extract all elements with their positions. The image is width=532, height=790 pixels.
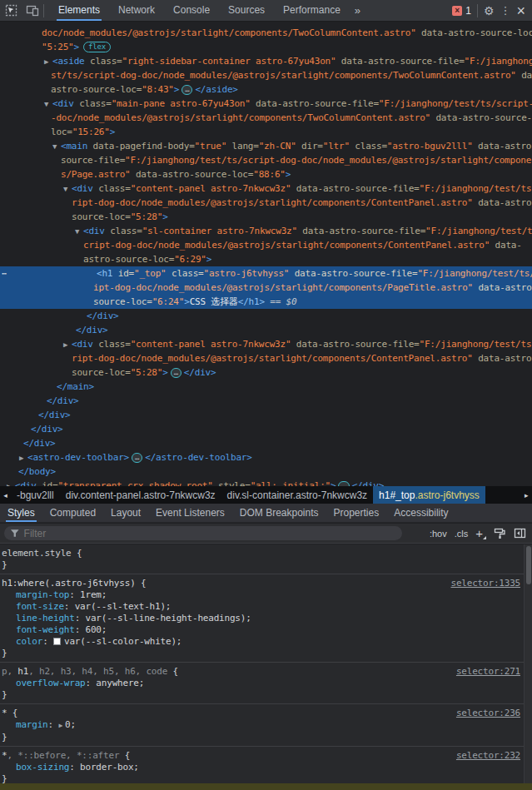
- new-style-rule-button[interactable]: +: [475, 529, 486, 539]
- expand-arrow-icon[interactable]: ▼: [75, 225, 83, 239]
- tab-properties[interactable]: Properties: [326, 504, 387, 522]
- expand-arrow-icon[interactable]: ▶: [63, 338, 72, 352]
- dom-tree-row-selected[interactable]: source-loc="6:24">CSS 选择器</h1> == $0: [0, 295, 532, 309]
- expand-arrow-icon[interactable]: ▼: [63, 182, 72, 196]
- tab-performance[interactable]: Performance: [274, 0, 350, 21]
- css-declaration[interactable]: overflow-wrap: anywhere;: [2, 678, 520, 689]
- dom-tree-row[interactable]: astro-source-loc="6:29">: [0, 252, 532, 266]
- expand-inline-button[interactable]: …: [181, 85, 192, 95]
- dom-tree-row[interactable]: st/ts/script-dog-doc/node_modules/@astro…: [0, 68, 532, 82]
- css-declaration[interactable]: font-weight: 600;: [2, 624, 520, 636]
- dom-tree-row[interactable]: ▶<div class="content-panel astro-7nkwcw3…: [0, 337, 532, 351]
- settings-gear-icon[interactable]: ⚙: [484, 5, 495, 17]
- device-toolbar-button[interactable]: [22, 0, 43, 22]
- dom-tree-row[interactable]: </div>: [0, 436, 532, 450]
- dom-tree-row[interactable]: source-loc="5:28">…</div>: [0, 365, 532, 380]
- expand-arrow-icon[interactable]: ▼: [44, 97, 52, 112]
- css-declaration[interactable]: font-size: var(--sl-text-h1);: [2, 601, 520, 613]
- css-property-value[interactable]: border-box: [80, 762, 133, 773]
- css-property-value[interactable]: 600: [86, 624, 102, 635]
- css-property-value[interactable]: 1rem: [80, 589, 102, 600]
- stylesheet-source-link[interactable]: selector:1335: [451, 578, 521, 589]
- error-counter[interactable]: × 1: [452, 5, 471, 17]
- style-filter-input[interactable]: [24, 528, 396, 539]
- dom-tree-row-selected[interactable]: ipt-dog-doc/node_modules/@astrojs/starli…: [0, 281, 532, 295]
- css-property-name[interactable]: line-height: [16, 613, 75, 624]
- dom-tree-row[interactable]: </div>: [0, 422, 532, 436]
- dom-tree-row[interactable]: </div>: [0, 408, 532, 422]
- expand-shorthand-icon[interactable]: ▶: [58, 722, 62, 729]
- tab-dom-breakpoints[interactable]: DOM Breakpoints: [232, 504, 326, 522]
- dom-tree-row[interactable]: </div>: [0, 394, 532, 408]
- dom-tree-row[interactable]: loc="15:26">: [0, 125, 532, 139]
- more-options-icon[interactable]: ⋮: [500, 5, 510, 17]
- tab-styles[interactable]: Styles: [0, 504, 42, 522]
- css-property-name[interactable]: font-size: [16, 601, 64, 612]
- css-property-name[interactable]: margin-top: [16, 589, 69, 600]
- css-property-value[interactable]: var(--sl-text-h1): [75, 601, 166, 612]
- expand-inline-button[interactable]: …: [171, 368, 181, 378]
- tab-accessibility[interactable]: Accessibility: [386, 504, 455, 522]
- stylesheet-source-link[interactable]: selector:236: [456, 708, 520, 719]
- dom-tree-row[interactable]: doc/node_modules/@astrojs/starlight/comp…: [0, 26, 532, 40]
- breadcrumb-item-content-panel[interactable]: div.content-panel.astro-7nkwcw3z: [60, 489, 221, 501]
- css-property-name[interactable]: color: [16, 636, 42, 647]
- toggle-element-state-button[interactable]: :hov: [430, 529, 447, 539]
- inspect-element-button[interactable]: [0, 0, 22, 22]
- css-property-name[interactable]: box-sizing: [16, 762, 69, 773]
- dom-tree-row[interactable]: ▶<aside class="right-sidebar-container a…: [0, 54, 532, 68]
- dom-tree-row[interactable]: s/Page.astro" data-astro-source-loc="88:…: [0, 167, 532, 181]
- tab-sources[interactable]: Sources: [219, 0, 274, 21]
- paint-roller-icon[interactable]: [494, 528, 506, 539]
- dom-tree-row[interactable]: ▶<div id="transparent-crx-shadow-root" s…: [0, 479, 532, 486]
- expand-arrow-icon[interactable]: ▶: [19, 451, 27, 465]
- expand-arrow-icon[interactable]: ▼: [52, 140, 61, 154]
- dom-tree-row[interactable]: ript-dog-doc/node_modules/@astrojs/starl…: [0, 351, 532, 365]
- dom-tree-row[interactable]: ▼<div class="content-panel astro-7nkwcw3…: [0, 181, 532, 196]
- rule-selector[interactable]: p, h1, h2, h3, h4, h5, h6, code {: [2, 666, 178, 678]
- rule-selector[interactable]: * {: [2, 708, 17, 719]
- dom-tree-row-selected[interactable]: ⋯<h1 id="_top" class="astro-j6tvhyss" da…: [0, 266, 532, 281]
- tab-network[interactable]: Network: [109, 0, 164, 21]
- css-declaration[interactable]: color: var(--sl-color-white);: [2, 636, 520, 648]
- tab-computed[interactable]: Computed: [42, 504, 103, 522]
- close-devtools-icon[interactable]: ×: [516, 5, 525, 17]
- dom-tree-row[interactable]: cript-dog-doc/node_modules/@astrojs/star…: [0, 238, 532, 252]
- styles-scrollbar[interactable]: [524, 544, 532, 783]
- stylesheet-source-link[interactable]: selector:232: [456, 750, 520, 762]
- breadcrumb-item-main[interactable]: -bguv2lll: [11, 489, 60, 501]
- css-property-name[interactable]: font-weight: [16, 624, 75, 635]
- color-swatch[interactable]: [53, 638, 61, 645]
- rule-selector[interactable]: element.style {: [2, 548, 82, 559]
- css-property-value[interactable]: var(--sl-line-height-headings): [86, 613, 246, 624]
- tab-console[interactable]: Console: [164, 0, 219, 21]
- css-declaration[interactable]: line-height: var(--sl-line-height-headin…: [2, 613, 520, 624]
- css-property-value[interactable]: anywhere: [96, 678, 138, 688]
- dom-tree-row[interactable]: ▼<div class="sl-container astro-7nkwcw3z…: [0, 224, 532, 238]
- style-filter-field[interactable]: [4, 526, 402, 540]
- tab-event-listeners[interactable]: Event Listeners: [148, 504, 232, 522]
- element-classes-button[interactable]: .cls: [455, 529, 469, 539]
- expand-arrow-icon[interactable]: ▶: [7, 479, 15, 486]
- flex-badge[interactable]: flex: [83, 42, 111, 52]
- dom-tree-row[interactable]: astro-source-loc="8:43">…</aside>: [0, 82, 532, 97]
- breadcrumb-scroll-left-icon[interactable]: ◂: [0, 491, 11, 499]
- dom-tree-row[interactable]: "5:25">flex: [0, 40, 532, 54]
- dom-tree-row[interactable]: ript-dog-doc/node_modules/@astrojs/starl…: [0, 196, 532, 210]
- rule-selector[interactable]: *, *::before, *::after {: [2, 750, 130, 762]
- breadcrumb-scroll-right-icon[interactable]: ▸: [525, 486, 532, 504]
- css-property-value[interactable]: var(--sl-color-white): [64, 636, 177, 647]
- dom-tree-row[interactable]: source-loc="5:28">: [0, 210, 532, 224]
- dom-tree-row[interactable]: </body>: [0, 465, 532, 479]
- scrollbar-thumb[interactable]: [526, 546, 531, 584]
- more-tabs-chevron-icon[interactable]: »: [350, 0, 365, 21]
- css-property-name[interactable]: margin: [16, 719, 48, 730]
- dom-tree-row[interactable]: </div>: [0, 323, 532, 337]
- dom-tree-row[interactable]: </div>: [0, 309, 532, 323]
- expand-inline-button[interactable]: …: [132, 453, 142, 463]
- rule-selector[interactable]: h1:where(.astro-j6tvhyss) {: [2, 578, 146, 589]
- toggle-sidebar-icon[interactable]: [514, 528, 526, 539]
- tab-layout[interactable]: Layout: [103, 504, 148, 522]
- dom-tree-row[interactable]: </main>: [0, 380, 532, 394]
- dom-tree-row[interactable]: -doc/node_modules/@astrojs/starlight/com…: [0, 111, 532, 125]
